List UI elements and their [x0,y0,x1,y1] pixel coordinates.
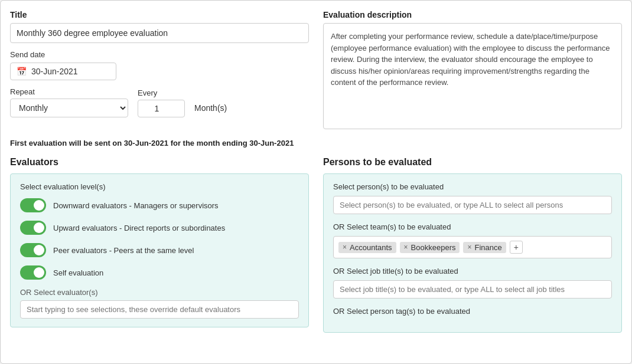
toggle-upward[interactable] [20,221,46,235]
toggle-row-self: Self evaluation [20,265,299,280]
eval-description-text: After completing your performance review… [331,32,610,87]
tag-bookkeepers-remove[interactable]: × [404,243,408,251]
top-section: Title Send date 📅 30-Jun-2021 Repeat Mon… [10,10,622,129]
send-date-value: 30-Jun-2021 [31,67,78,76]
repeat-every-row: Repeat Monthly Weekly Quarterly Yearly E… [10,87,309,117]
title-input[interactable] [10,23,309,43]
select-job-titles-input[interactable] [333,280,612,299]
tag-finance: × Finance [463,242,506,253]
select-job-titles-subsection: OR Select job title(s) to be evaluated [333,267,612,299]
toggle-upward-label: Upward evaluators - Direct reports or su… [53,224,225,232]
tag-bookkeepers-label: Bookkeepers [411,243,456,252]
evaluators-title: Evaluators [10,157,309,168]
send-date-section: Send date 📅 30-Jun-2021 [10,50,309,80]
toggle-row-downward: Downward evaluators - Managers or superv… [20,198,299,212]
repeat-label: Repeat [10,87,128,96]
persons-title: Persons to be evaluated [323,157,622,168]
toggle-downward-slider [20,198,46,212]
evaluators-panel: Evaluators Select evaluation level(s) Do… [10,157,309,333]
select-teams-subsection: OR Select team(s) to be evaluated × Acco… [333,222,612,258]
toggle-peer-slider [20,243,46,257]
persons-teal-box: Select person(s) to be evaluated OR Sele… [323,173,622,333]
title-label: Title [10,10,309,19]
toggle-self-label: Self evaluation [53,268,103,277]
toggle-upward-slider [20,221,46,235]
select-persons-label: Select person(s) to be evaluated [333,182,612,191]
info-banner: First evaluation will be sent on 30-Jun-… [10,139,622,147]
tag-accountants-label: Accountants [350,243,392,252]
evaluators-box-title: Select evaluation level(s) [20,182,299,191]
right-panel: Evaluation description After completing … [323,10,622,129]
or-select-evaluators-label: OR Select evaluator(s) [20,288,299,297]
select-job-titles-label: OR Select job title(s) to be evaluated [333,267,612,276]
every-input[interactable] [138,100,185,117]
toggle-downward[interactable] [20,198,46,212]
select-persons-subsection: Select person(s) to be evaluated [333,182,612,214]
toggle-downward-label: Downward evaluators - Managers or superv… [53,201,219,210]
main-container: Title Send date 📅 30-Jun-2021 Repeat Mon… [0,0,632,364]
date-input-wrapper[interactable]: 📅 30-Jun-2021 [10,63,116,80]
toggle-row-peer: Peer evaluators - Peers at the same leve… [20,243,299,257]
send-date-label: Send date [10,50,309,59]
evaluators-search-input[interactable] [20,300,299,319]
toggle-self[interactable] [20,265,46,280]
every-col: Every [138,88,185,117]
toggle-self-slider [20,265,46,280]
toggle-peer[interactable] [20,243,46,257]
teams-tag-input[interactable]: × Accountants × Bookkeepers × Finance + [333,236,612,258]
tag-bookkeepers: × Bookkeepers [400,242,460,253]
repeat-select[interactable]: Monthly Weekly Quarterly Yearly [10,99,128,117]
calendar-icon: 📅 [17,67,27,76]
repeat-col: Repeat Monthly Weekly Quarterly Yearly [10,87,128,117]
persons-panel: Persons to be evaluated Select person(s)… [323,157,622,333]
eval-description-box: After completing your performance review… [323,23,622,129]
every-unit: Month(s) [194,103,227,117]
add-team-button[interactable]: + [510,241,523,254]
toggle-row-upward: Upward evaluators - Direct reports or su… [20,221,299,235]
select-teams-label: OR Select team(s) to be evaluated [333,222,612,231]
left-panel: Title Send date 📅 30-Jun-2021 Repeat Mon… [10,10,309,129]
tag-accountants: × Accountants [338,242,396,253]
bottom-section: Evaluators Select evaluation level(s) Do… [10,157,622,333]
toggle-peer-label: Peer evaluators - Peers at the same leve… [53,246,194,255]
eval-description-title: Evaluation description [323,10,622,19]
tag-accountants-remove[interactable]: × [343,243,347,251]
every-label: Every [138,88,185,97]
tag-finance-remove[interactable]: × [467,243,471,251]
tag-finance-label: Finance [474,243,501,252]
select-person-tags-label: OR Select person tag(s) to be evaluated [333,307,612,316]
select-persons-input[interactable] [333,196,612,214]
evaluators-teal-box: Select evaluation level(s) Downward eval… [10,173,309,327]
select-person-tags-subsection: OR Select person tag(s) to be evaluated [333,307,612,316]
